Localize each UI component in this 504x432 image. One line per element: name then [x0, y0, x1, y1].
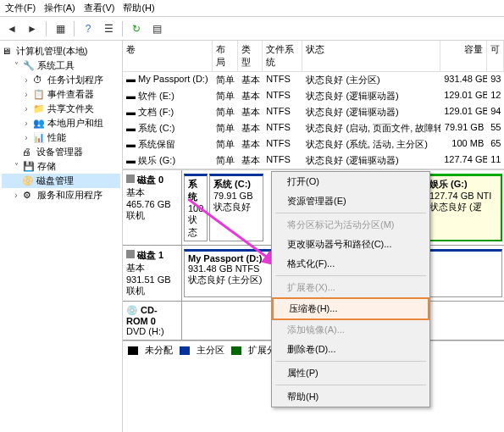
volume-row[interactable]: ▬ 系统 (C:)简单基本NTFS状态良好 (启动, 页面文件, 故障转储, 主…: [123, 120, 504, 136]
settings-icon[interactable]: ▤: [148, 20, 165, 37]
ctx-shrink[interactable]: 压缩卷(H)...: [272, 297, 429, 320]
partition-g-selected[interactable]: 娱乐 (G:)127.74 GB NTI状态良好 (逻: [424, 174, 502, 241]
tree-devmgr[interactable]: 🖨设备管理器: [2, 145, 120, 159]
tree-shared[interactable]: ›📁共享文件夹: [2, 102, 120, 116]
volume-header: 卷 布局 类型 文件系统 状态 容量 可: [123, 41, 504, 72]
ctx-props[interactable]: 属性(P): [272, 363, 429, 383]
disk-0-label: 磁盘 0 基本 465.76 GB 联机: [123, 170, 182, 245]
ctx-help[interactable]: 帮助(H): [272, 387, 429, 407]
col-type[interactable]: 类型: [238, 41, 263, 71]
ctx-format[interactable]: 格式化(F)...: [272, 254, 429, 274]
col-volume[interactable]: 卷: [123, 41, 213, 71]
ctx-explorer[interactable]: 资源管理器(E): [272, 191, 429, 211]
svg-line-0: [188, 199, 278, 265]
context-menu: 打开(O) 资源管理器(E) 将分区标记为活动分区(M) 更改驱动器号和路径(C…: [271, 171, 430, 407]
legend-unalloc: 未分配: [145, 344, 173, 357]
ctx-mark-active: 将分区标记为活动分区(M): [272, 215, 429, 235]
tree-eventviewer[interactable]: ›📋事件查看器: [2, 87, 120, 102]
refresh-icon[interactable]: ↻: [128, 20, 145, 37]
tree-scheduler[interactable]: ›⏱任务计划程序: [2, 73, 120, 87]
tree-root[interactable]: 🖥计算机管理(本地): [2, 44, 120, 58]
menu-help[interactable]: 帮助(H): [123, 2, 154, 14]
volume-row[interactable]: ▬ My Passport (D:)简单基本NTFS状态良好 (主分区)931.…: [123, 72, 504, 88]
volume-row[interactable]: ▬ 文档 (F:)简单基本NTFS状态良好 (逻辑驱动器)129.01 GB94: [123, 104, 504, 120]
help-icon[interactable]: ?: [80, 20, 97, 37]
list-icon[interactable]: ☰: [100, 20, 117, 37]
volume-row[interactable]: ▬ 软件 (E:)简单基本NTFS状态良好 (逻辑驱动器)129.01 GB12: [123, 88, 504, 104]
toolbar: ◄ ► ▦ ? ☰ ↻ ▤: [0, 17, 504, 41]
nav-tree: 🖥计算机管理(本地) ˅🔧系统工具 ›⏱任务计划程序 ›📋事件查看器 ›📁共享文…: [0, 41, 123, 432]
col-status[interactable]: 状态: [302, 41, 440, 71]
view-icon[interactable]: ▦: [52, 20, 69, 37]
ctx-mirror: 添加镜像(A)...: [272, 320, 429, 340]
volume-row[interactable]: ▬ 娱乐 (G:)简单基本NTFS状态良好 (逻辑驱动器)127.74 GB11: [123, 152, 504, 169]
ctx-delete[interactable]: 删除卷(D)...: [272, 340, 429, 359]
volume-row[interactable]: ▬ 系统保留简单基本NTFS状态良好 (系统, 活动, 主分区)100 MB65: [123, 136, 504, 152]
legend-primary: 主分区: [197, 344, 224, 357]
menu-view[interactable]: 查看(V): [84, 2, 115, 14]
tree-storage[interactable]: ˅💾存储: [2, 159, 120, 174]
menu-bar: 文件(F) 操作(A) 查看(V) 帮助(H): [0, 0, 504, 17]
tree-localusers[interactable]: ›👥本地用户和组: [2, 116, 120, 130]
ctx-extend: 扩展卷(X)...: [272, 278, 429, 297]
forward-icon[interactable]: ►: [24, 20, 41, 37]
cdrom-label: 💿 CD-ROM 0 DVD (H:): [123, 302, 182, 340]
ctx-open[interactable]: 打开(O): [272, 172, 429, 191]
menu-file[interactable]: 文件(F): [5, 2, 36, 14]
col-layout[interactable]: 布局: [213, 41, 238, 71]
tree-diskmgmt[interactable]: 📀磁盘管理: [2, 174, 120, 188]
tree-perf[interactable]: ›📊性能: [2, 130, 120, 145]
ctx-change-drive[interactable]: 更改驱动器号和路径(C)...: [272, 235, 429, 254]
disk-1-label: 磁盘 1 基本 931.51 GB 联机: [123, 246, 182, 301]
back-icon[interactable]: ◄: [3, 20, 20, 37]
col-free[interactable]: 可: [487, 41, 504, 71]
col-capacity[interactable]: 容量: [440, 41, 487, 71]
tree-services[interactable]: ›⚙服务和应用程序: [2, 188, 120, 202]
tree-systools[interactable]: ˅🔧系统工具: [2, 58, 120, 73]
col-fs[interactable]: 文件系统: [263, 41, 302, 71]
volume-table: 卷 布局 类型 文件系统 状态 容量 可 ▬ My Passport (D:)简…: [123, 41, 504, 169]
menu-action[interactable]: 操作(A): [44, 2, 75, 14]
